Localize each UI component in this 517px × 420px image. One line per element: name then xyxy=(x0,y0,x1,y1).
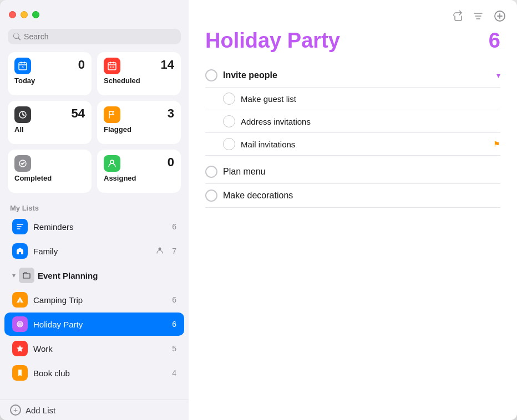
camping-trip-count: 6 xyxy=(172,295,176,304)
svg-marker-15 xyxy=(17,345,23,352)
list-title-row: Holiday Party 6 xyxy=(205,29,500,53)
event-planning-group-header[interactable]: ▾ Event Planning xyxy=(4,264,184,287)
family-name: Family xyxy=(33,247,150,256)
invite-people-name: Invite people xyxy=(223,70,491,80)
smart-lists-grid: 3 0 Today xyxy=(0,52,189,201)
scheduled-count: 14 xyxy=(161,58,174,72)
scheduled-icon xyxy=(104,58,120,74)
smart-card-assigned[interactable]: 0 Assigned xyxy=(97,150,181,193)
svg-point-11 xyxy=(18,322,19,324)
holiday-party-icon xyxy=(12,316,28,332)
sidebar-item-reminders[interactable]: Reminders 6 xyxy=(4,215,184,238)
search-input[interactable] xyxy=(24,32,175,41)
book-club-count: 4 xyxy=(172,368,176,377)
sidebar-item-book-club[interactable]: Book club 4 xyxy=(4,361,184,385)
svg-text:3: 3 xyxy=(22,65,24,69)
sort-button[interactable] xyxy=(473,11,484,22)
mail-invitations-name: Mail invitations xyxy=(241,140,488,149)
fullscreen-button[interactable] xyxy=(32,11,39,18)
list-title: Holiday Party xyxy=(205,29,340,53)
assigned-label: Assigned xyxy=(104,174,174,182)
make-guest-list-checkbox[interactable] xyxy=(223,93,235,105)
list-total-count: 6 xyxy=(489,29,500,53)
camping-trip-icon xyxy=(12,292,28,308)
all-icon xyxy=(14,106,31,123)
smart-card-today[interactable]: 3 0 Today xyxy=(8,52,92,95)
family-icon xyxy=(12,243,28,259)
book-club-name: Book club xyxy=(33,368,166,378)
add-list-icon: + xyxy=(10,404,21,416)
plan-menu-name: Plan menu xyxy=(223,167,500,177)
svg-point-8 xyxy=(110,160,114,163)
invite-people-checkbox[interactable] xyxy=(205,69,217,81)
subtask-address-invitations[interactable]: Address invitations xyxy=(205,110,500,133)
close-button[interactable] xyxy=(9,11,16,18)
work-count: 5 xyxy=(172,344,176,353)
search-bar[interactable] xyxy=(8,29,181,44)
sidebar-item-holiday-party[interactable]: Holiday Party 6 xyxy=(4,313,184,336)
family-shared-icon xyxy=(155,246,164,257)
subtask-mail-invitations[interactable]: Mail invitations ⚑ xyxy=(205,133,500,156)
completed-icon xyxy=(14,155,31,172)
smart-card-scheduled[interactable]: 14 Scheduled xyxy=(97,52,181,95)
make-guest-list-name: Make guest list xyxy=(241,94,500,104)
address-invitations-name: Address invitations xyxy=(241,117,500,126)
task-row-plan-menu[interactable]: Plan menu xyxy=(205,160,500,184)
subtask-make-guest-list[interactable]: Make guest list xyxy=(205,88,500,110)
add-task-button[interactable] xyxy=(494,10,506,22)
task-group-invite-people-header[interactable]: Invite people ▾ xyxy=(205,64,500,88)
all-label: All xyxy=(14,125,85,134)
work-name: Work xyxy=(33,344,166,354)
smart-card-flagged[interactable]: 3 Flagged xyxy=(97,101,181,144)
book-club-icon xyxy=(12,365,28,381)
assigned-icon xyxy=(104,155,120,172)
add-list-label: Add List xyxy=(26,406,55,415)
minimize-button[interactable] xyxy=(21,11,28,18)
sidebar-item-camping-trip[interactable]: Camping Trip 6 xyxy=(4,288,184,311)
flagged-count: 3 xyxy=(168,106,174,121)
titlebar xyxy=(0,0,189,29)
svg-point-5 xyxy=(113,66,114,68)
flagged-icon xyxy=(104,106,120,123)
today-label: Today xyxy=(14,76,85,85)
sidebar-item-work[interactable]: Work 5 xyxy=(4,337,184,360)
holiday-party-count: 6 xyxy=(172,320,176,329)
share-button[interactable] xyxy=(452,11,463,22)
add-list-button[interactable]: + Add List xyxy=(0,399,189,420)
task-group-invite-people: Invite people ▾ Make guest list Address … xyxy=(205,64,500,156)
all-count: 54 xyxy=(72,106,85,121)
search-icon xyxy=(13,33,21,40)
completed-label: Completed xyxy=(14,174,85,182)
make-decorations-name: Make decorations xyxy=(223,191,500,201)
flagged-label: Flagged xyxy=(104,125,174,134)
svg-point-13 xyxy=(21,325,22,326)
group-chevron-icon: ▾ xyxy=(12,272,16,279)
event-planning-label: Event Planning xyxy=(38,271,98,280)
smart-card-completed[interactable]: Completed xyxy=(8,150,92,193)
mail-invitations-checkbox[interactable] xyxy=(223,138,235,150)
scheduled-label: Scheduled xyxy=(104,76,174,85)
main-content: Holiday Party 6 Invite people ▾ Make gue… xyxy=(189,0,517,420)
today-icon: 3 xyxy=(14,58,31,74)
smart-card-all[interactable]: 54 All xyxy=(8,101,92,144)
task-row-make-decorations[interactable]: Make decorations xyxy=(205,184,500,208)
svg-point-4 xyxy=(111,66,113,68)
reminders-name: Reminders xyxy=(33,222,166,232)
svg-point-12 xyxy=(21,322,22,324)
make-decorations-checkbox[interactable] xyxy=(205,189,217,202)
group-folder-icon xyxy=(19,268,34,283)
today-count: 0 xyxy=(78,58,85,72)
reminders-icon xyxy=(12,219,28,234)
sidebar-item-family[interactable]: Family 7 xyxy=(4,239,184,263)
plan-menu-checkbox[interactable] xyxy=(205,166,217,178)
address-invitations-checkbox[interactable] xyxy=(223,115,235,127)
assigned-count: 0 xyxy=(168,155,174,170)
svg-point-9 xyxy=(159,247,161,250)
reminders-count: 6 xyxy=(172,222,176,231)
sidebar: 3 0 Today xyxy=(0,0,189,420)
svg-point-14 xyxy=(18,325,19,326)
main-toolbar xyxy=(189,0,517,29)
svg-rect-2 xyxy=(108,63,116,70)
invite-people-collapse-icon[interactable]: ▾ xyxy=(496,71,500,80)
app-window: 3 0 Today xyxy=(0,0,517,420)
